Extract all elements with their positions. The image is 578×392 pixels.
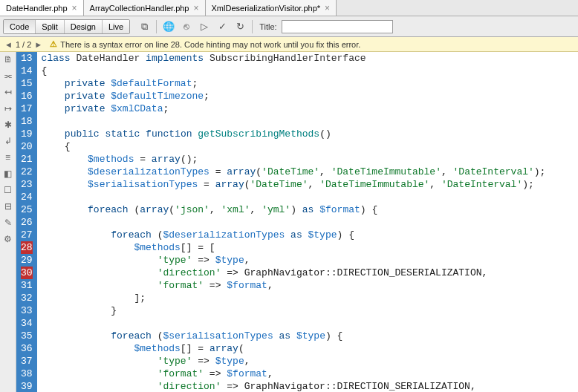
comment-icon[interactable]: ✱ [2,119,14,131]
line-number: 35 [21,330,33,342]
code-line[interactable]: 'format' => $format, [42,279,578,292]
file-icon[interactable]: 🗎 [2,53,14,65]
code-line[interactable]: { [42,65,578,77]
line-number: 26 [21,216,33,229]
close-icon[interactable]: × [72,3,77,13]
line-number: 30 [21,267,33,279]
side-toolbar: 🗎 ⫘ ↤ ↦ ✱ ↲ ≡ ◧ ☐ ⊟ ✎ ⚙ [0,52,16,392]
line-number: 23 [21,178,33,191]
code-line[interactable]: $serialisationTypes = array('DateTime', … [42,178,578,191]
bookmark-icon[interactable]: ☐ [2,184,14,196]
outdent-icon[interactable]: ↤ [2,86,14,98]
code-line[interactable]: $methods = array(); [42,153,578,166]
error-bar: ◄ 1 / 2 ► ⚠ There is a syntax error on l… [0,37,578,52]
code-line[interactable]: 'direction' => GraphNavigator::DIRECTION… [42,380,578,392]
line-number: 20 [21,140,33,153]
code-line[interactable]: 'format' => $format, [42,368,578,380]
tab-label: ArrayCollectionHandler.php [90,4,189,13]
code-line[interactable]: } [42,304,578,317]
check-icon[interactable]: ✓ [214,19,230,34]
line-number: 37 [21,355,33,368]
tab-bar: DateHandler.php×ArrayCollectionHandler.p… [0,0,578,16]
code-line[interactable]: { [42,140,578,153]
line-number: 21 [21,153,33,166]
code-line[interactable]: public static function getSubscribingMet… [42,128,578,140]
separator [252,20,253,33]
code-line[interactable]: foreach (array('json', 'xml', 'yml') as … [42,203,578,216]
line-number: 25 [21,203,33,216]
tab-arraycollectionhandler[interactable]: ArrayCollectionHandler.php× [84,0,206,16]
view-mode-group: Code Split Design Live [3,19,130,34]
title-label: Title: [259,22,276,31]
error-next-icon[interactable]: ► [33,40,44,49]
code-area[interactable]: 1314151617181920212223242526272829303132… [16,52,578,392]
refresh-icon[interactable]: ↻ [232,19,248,34]
code-line[interactable]: foreach ($serialisationTypes as $type) { [42,330,578,342]
code-line[interactable] [42,216,578,229]
editor: 🗎 ⫘ ↤ ↦ ✱ ↲ ≡ ◧ ☐ ⊟ ✎ ⚙ 1314151617181920… [0,52,578,392]
code-view-button[interactable]: Code [4,20,36,33]
tab-xmldeserializationvisitor[interactable]: XmlDeserializationVisitor.php*× [206,0,337,16]
line-number: 18 [21,115,33,128]
line-number: 15 [21,77,33,90]
separator [156,20,157,33]
code-line[interactable]: ]; [42,292,578,304]
inspect-icon[interactable]: ⎋ [178,19,195,34]
line-number: 34 [21,317,33,330]
live-view-button[interactable]: Live [103,20,129,33]
line-number: 19 [21,128,33,140]
line-number: 22 [21,166,33,178]
code-line[interactable]: 'type' => $type, [42,254,578,267]
code-line[interactable]: $methods[] = array( [42,342,578,355]
code-line[interactable]: private $defaultFormat; [42,77,578,90]
tab-label: XmlDeserializationVisitor.php* [212,4,321,13]
mark-icon[interactable]: ◧ [2,168,14,180]
line-number: 33 [21,304,33,317]
tab-label: DateHandler.php [6,4,68,13]
line-number: 28 [21,241,33,254]
collapse-icon[interactable]: ⊟ [2,200,14,212]
wrap-icon[interactable]: ↲ [2,135,14,147]
code-line[interactable]: private $defaultTimezone; [42,90,578,102]
line-number: 31 [21,279,33,292]
error-prev-icon[interactable]: ◄ [3,40,14,49]
highlight-icon[interactable]: ≡ [2,151,14,163]
close-icon[interactable]: × [325,3,330,13]
code-line[interactable]: 'type' => $type, [42,355,578,368]
title-input[interactable] [282,20,393,33]
indent-icon[interactable]: ↦ [2,102,14,114]
code-line[interactable] [42,317,578,330]
line-number: 36 [21,342,33,355]
code-line[interactable]: 'direction' => GraphNavigator::DIRECTION… [42,267,578,279]
design-view-button[interactable]: Design [65,20,103,33]
line-number: 17 [21,102,33,115]
code-line[interactable]: $methods[] = [ [42,241,578,254]
error-message: There is a syntax error on line 28. Code… [60,40,360,49]
snippet-icon[interactable]: ✎ [2,217,14,229]
format-icon[interactable]: ⚙ [2,233,14,245]
link-icon[interactable]: ⫘ [2,70,14,82]
line-number: 24 [21,191,33,203]
line-number: 39 [21,380,33,392]
play-icon[interactable]: ▷ [196,19,212,34]
code-line[interactable]: private $xmlCData; [42,102,578,115]
device-icon[interactable]: ⧉ [136,19,152,34]
toolbar: Code Split Design Live ⧉ 🌐 ⎋ ▷ ✓ ↻ Title… [0,16,578,37]
line-number: 27 [21,229,33,241]
globe-icon[interactable]: 🌐 [160,19,177,34]
error-position: 1 / 2 [16,40,31,49]
line-number: 13 [21,52,33,65]
split-view-button[interactable]: Split [36,20,64,33]
code-line[interactable]: $deserializationTypes = array('DateTime'… [42,166,578,178]
line-number: 16 [21,90,33,102]
warning-icon: ⚠ [50,39,57,49]
code-content[interactable]: class DateHandler implements Subscribing… [37,52,578,392]
code-line[interactable]: foreach ($deserializationTypes as $type)… [42,229,578,241]
code-line[interactable]: class DateHandler implements Subscribing… [42,52,578,65]
line-gutter: 1314151617181920212223242526272829303132… [16,52,37,392]
close-icon[interactable]: × [194,3,199,13]
code-line[interactable] [42,191,578,203]
tab-datehandler[interactable]: DateHandler.php× [0,0,84,16]
code-line[interactable] [42,115,578,128]
line-number: 38 [21,368,33,380]
